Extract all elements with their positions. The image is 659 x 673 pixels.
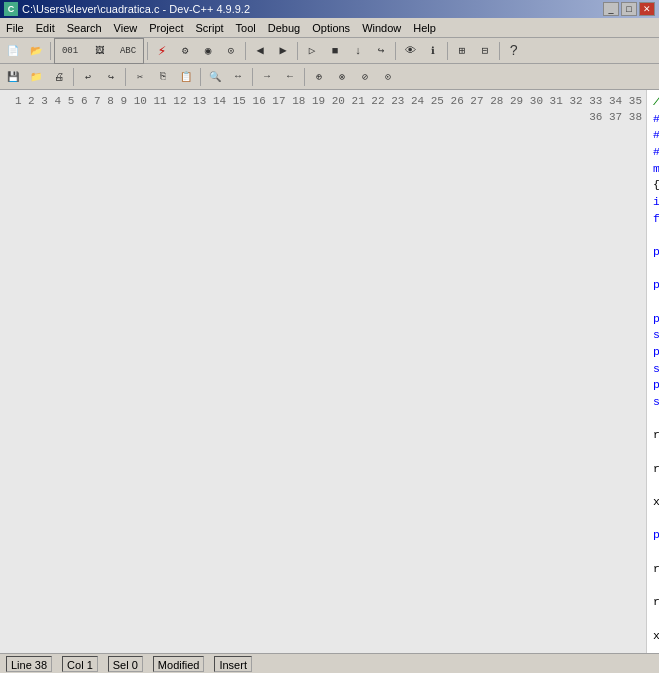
sep3 xyxy=(245,42,246,60)
sep1 xyxy=(50,42,51,60)
tb-btn-2[interactable]: 🖼 xyxy=(85,40,113,62)
sep2 xyxy=(147,42,148,60)
tb-circle1[interactable]: ◉ xyxy=(197,40,219,62)
menu-edit[interactable]: Edit xyxy=(30,20,61,36)
cut-button[interactable]: ✂ xyxy=(129,66,151,88)
sep11 xyxy=(252,68,253,86)
status-sel: Sel 0 xyxy=(108,656,143,672)
window-controls[interactable]: _ □ ✕ xyxy=(603,2,655,16)
statusbar: Line 38 Col 1 Sel 0 Modified Insert xyxy=(0,653,659,673)
sep5 xyxy=(395,42,396,60)
status-insert: Insert xyxy=(214,656,252,672)
tb-run2[interactable]: ▷ xyxy=(301,40,323,62)
redo-button[interactable]: ↪ xyxy=(100,66,122,88)
menu-debug[interactable]: Debug xyxy=(262,20,306,36)
app-icon: C xyxy=(4,2,18,16)
sep10 xyxy=(200,68,201,86)
menu-help[interactable]: Help xyxy=(407,20,442,36)
tb-step[interactable]: ↓ xyxy=(347,40,369,62)
titlebar-text: C:\Users\klever\cuadratica.c - Dev-C++ 4… xyxy=(22,3,599,15)
sep9 xyxy=(125,68,126,86)
tb-extra2[interactable]: ⊟ xyxy=(474,40,496,62)
new-button[interactable]: 📄 xyxy=(2,40,24,62)
tb-btn-1[interactable]: 001 xyxy=(56,40,84,62)
menu-file[interactable]: File xyxy=(0,20,30,36)
tb2-extra1[interactable]: ⊕ xyxy=(308,66,330,88)
tb-circle2[interactable]: ⊙ xyxy=(220,40,242,62)
tb-extra1[interactable]: ⊞ xyxy=(451,40,473,62)
unindent-button[interactable]: ← xyxy=(279,66,301,88)
code-editor[interactable]: //Dise;ar un programa que permita el cal… xyxy=(647,90,659,653)
sep8 xyxy=(73,68,74,86)
editor-container: 1 2 3 4 5 6 7 8 9 10 11 12 13 14 15 16 1… xyxy=(0,90,659,653)
menu-script[interactable]: Script xyxy=(189,20,229,36)
line-numbers: 1 2 3 4 5 6 7 8 9 10 11 12 13 14 15 16 1… xyxy=(0,90,647,653)
tb-watch[interactable]: 👁 xyxy=(399,40,421,62)
tb-arrow-right[interactable]: ▶ xyxy=(272,40,294,62)
find-button[interactable]: 🔍 xyxy=(204,66,226,88)
menu-project[interactable]: Project xyxy=(143,20,189,36)
status-modified: Modified xyxy=(153,656,205,672)
toolbar-group-1: 001 🖼 ABC xyxy=(54,38,144,64)
minimize-button[interactable]: _ xyxy=(603,2,619,16)
copy-button[interactable]: ⎘ xyxy=(152,66,174,88)
status-line: Line 38 xyxy=(6,656,52,672)
menu-search[interactable]: Search xyxy=(61,20,108,36)
maximize-button[interactable]: □ xyxy=(621,2,637,16)
close-button[interactable]: ✕ xyxy=(639,2,655,16)
sep6 xyxy=(447,42,448,60)
tb2-extra3[interactable]: ⊘ xyxy=(354,66,376,88)
tb2-extra4[interactable]: ⊙ xyxy=(377,66,399,88)
titlebar: C C:\Users\klever\cuadratica.c - Dev-C++… xyxy=(0,0,659,18)
status-col: Col 1 xyxy=(62,656,98,672)
indent-button[interactable]: → xyxy=(256,66,278,88)
menu-window[interactable]: Window xyxy=(356,20,407,36)
menu-view[interactable]: View xyxy=(108,20,144,36)
toolbar-secondary: 💾 📁 🖨 ↩ ↪ ✂ ⎘ 📋 🔍 ↔ → ← ⊕ ⊗ ⊘ ⊙ xyxy=(0,64,659,90)
tb-locals[interactable]: ℹ xyxy=(422,40,444,62)
save-button[interactable]: 💾 xyxy=(2,66,24,88)
sep4 xyxy=(297,42,298,60)
tb2-extra2[interactable]: ⊗ xyxy=(331,66,353,88)
menubar: File Edit Search View Project Script Too… xyxy=(0,18,659,38)
undo-button[interactable]: ↩ xyxy=(77,66,99,88)
print-button[interactable]: 🖨 xyxy=(48,66,70,88)
tb-extra3[interactable]: ? xyxy=(503,40,525,62)
run-button[interactable]: ⚡ xyxy=(151,40,173,62)
toolbar-main: 📄 📂 001 🖼 ABC ⚡ ⚙ ◉ ⊙ ◀ ▶ ▷ ■ ↓ ↪ 👁 ℹ ⊞ … xyxy=(0,38,659,64)
save-all-button[interactable]: 📁 xyxy=(25,66,47,88)
open-button[interactable]: 📂 xyxy=(25,40,47,62)
tb-btn-3[interactable]: ABC xyxy=(114,40,142,62)
tb-over[interactable]: ↪ xyxy=(370,40,392,62)
sep12 xyxy=(304,68,305,86)
replace-button[interactable]: ↔ xyxy=(227,66,249,88)
menu-tool[interactable]: Tool xyxy=(230,20,262,36)
paste-button[interactable]: 📋 xyxy=(175,66,197,88)
tb-stop[interactable]: ■ xyxy=(324,40,346,62)
menu-options[interactable]: Options xyxy=(306,20,356,36)
compile-button[interactable]: ⚙ xyxy=(174,40,196,62)
sep7 xyxy=(499,42,500,60)
tb-arrow-left[interactable]: ◀ xyxy=(249,40,271,62)
